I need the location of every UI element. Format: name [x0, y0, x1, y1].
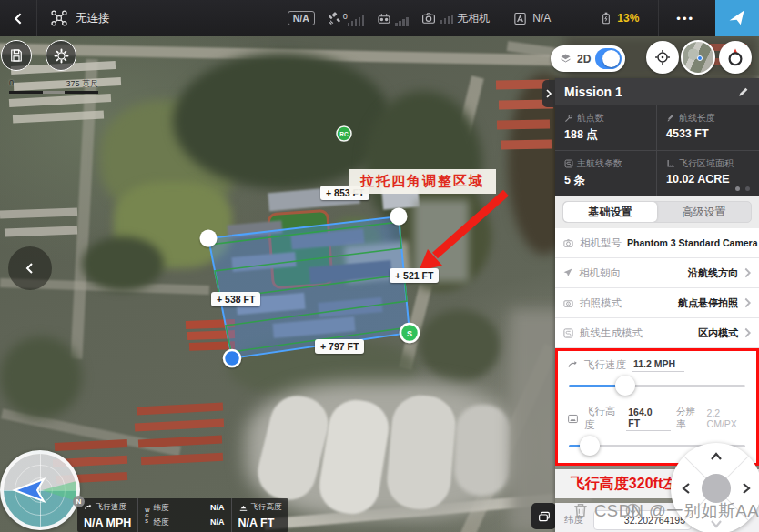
scale-end: 375 英尺 [66, 78, 98, 90]
locate-button[interactable] [646, 41, 679, 74]
chevron-up-icon [710, 452, 723, 461]
mission-settings-button[interactable] [46, 40, 76, 71]
minimap-button[interactable] [681, 40, 715, 75]
telemetry-position: WGS 纬度N/A 经度N/A [138, 498, 230, 532]
map-mode-label: 2D [577, 53, 591, 65]
map-2d-toggle[interactable] [595, 48, 622, 69]
scale-start: 0 [9, 78, 14, 90]
speed-slider[interactable] [569, 374, 745, 397]
start-point-handle[interactable]: S [400, 324, 419, 342]
setting-photo-mode[interactable]: 拍照模式 航点悬停拍照 [555, 288, 759, 318]
camera-icon [562, 237, 574, 249]
battery-percent: 13% [617, 12, 639, 25]
tab-advanced-settings[interactable]: 高级设置 [657, 202, 751, 222]
corner-handle-top-left[interactable] [200, 230, 218, 247]
status-bar: 无连接 N/A 0 [0, 0, 759, 36]
chevron-right-icon [744, 267, 752, 278]
satellite-icon [327, 11, 342, 26]
camera-fov-wedge [42, 481, 76, 501]
corner-handle-top-right[interactable] [390, 208, 408, 226]
altitude-slider-thumb[interactable] [580, 436, 600, 456]
mission-stats: 航点数 188 点 航线长度 4533 FT 主航线条数 [555, 105, 759, 196]
telemetry-bar: 飞行速度 N/A MPH WGS 纬度N/A 经度N/A 飞行高度 [77, 498, 288, 532]
stat-main-lines: 主航线条数 5 条 [555, 151, 657, 196]
more-button[interactable]: ••• [671, 12, 700, 25]
satellite-count: 0 [343, 12, 348, 21]
connection-status: 无连接 [76, 11, 110, 26]
heading-arrow-icon [562, 267, 573, 278]
chevron-right-icon [545, 89, 552, 98]
gear-icon [53, 47, 70, 65]
altitude-icon [238, 503, 248, 512]
tab-basic-settings[interactable]: 基础设置 [563, 202, 657, 222]
chevron-right-icon [742, 482, 751, 495]
altitude-value[interactable]: 164.0 FT [626, 407, 671, 431]
speed-icon [567, 359, 579, 371]
gps-mode-badge: N/A [288, 11, 315, 25]
route-lines-icon [564, 159, 573, 168]
layers-icon [559, 52, 572, 65]
rc-signal-bars [395, 15, 409, 26]
edge-length-right: + 521 FT [390, 268, 439, 283]
flight-status: N/A [532, 12, 551, 25]
compass-button[interactable] [719, 41, 752, 74]
chevron-left-icon [24, 262, 36, 275]
camera-icon [420, 10, 437, 26]
attitude-indicator [0, 450, 80, 530]
altitude-image-icon [567, 413, 579, 425]
app-screen: RC S + 853 FT + 521 FT + 538 FT + 797 FT… [0, 0, 759, 532]
save-mission-button[interactable] [1, 40, 32, 71]
telemetry-speed: 飞行速度 N/A MPH [77, 498, 137, 532]
airplane-icon [727, 8, 747, 28]
annotation-label: 拉托四角调整区域 [349, 169, 496, 194]
toggle-knob [602, 50, 620, 67]
divider [658, 0, 659, 36]
map-scale: 0375 英尺 [9, 78, 98, 94]
panel-collapse-tab[interactable] [542, 80, 555, 107]
speed-slider-group: 飞行速度 11.2 MPH [558, 353, 756, 399]
telemetry-altitude: 飞行高度 N/A FT [232, 498, 288, 532]
compass-icon [725, 47, 745, 67]
drone-icon [50, 9, 68, 27]
speed-slider-thumb[interactable] [615, 376, 635, 396]
camera-status: 无相机 [457, 11, 490, 26]
scale-bar [9, 91, 98, 94]
save-icon [8, 47, 25, 64]
edge-length-bottom: + 797 FT [315, 339, 364, 354]
speed-value[interactable]: 11.2 MPH [632, 358, 684, 372]
settings-tabs: 基础设置 高级设置 [555, 196, 759, 228]
stat-route-length: 航线长度 4533 FT [657, 105, 759, 151]
setting-camera-model[interactable]: 相机型号 Phantom 3 Standard Camera [555, 228, 759, 258]
back-button[interactable] [0, 0, 36, 36]
svg-text:S: S [407, 329, 412, 338]
stat-waypoints: 航点数 188 点 [555, 105, 657, 151]
mission-header: Mission 1 [555, 78, 759, 105]
edge-length-left: + 538 FT [211, 292, 260, 306]
map-back-button[interactable] [8, 246, 52, 290]
map-mode-control[interactable]: 2D [551, 45, 625, 72]
dpad-right-button[interactable] [740, 482, 753, 495]
drone-heading-arrow [15, 479, 44, 501]
watermark: CSDN @一别如斯AA [542, 499, 759, 522]
dpad-up-button[interactable] [710, 450, 723, 463]
chevron-right-icon [744, 297, 752, 308]
area-ruler-icon [666, 159, 675, 168]
flight-mode-icon [512, 11, 528, 26]
corner-handle-bottom-left[interactable] [224, 350, 240, 366]
satellite-signal-bars [348, 15, 365, 26]
edit-pencil-icon[interactable] [737, 85, 750, 98]
resolution-value: 2.2 CM/PX [707, 407, 747, 429]
route-mode-icon [562, 327, 574, 339]
dpad-left-button[interactable] [680, 482, 693, 495]
locate-icon [653, 48, 672, 66]
mission-title: Mission 1 [564, 85, 737, 99]
setting-camera-heading[interactable]: 相机朝向 沿航线方向 [555, 258, 759, 288]
setting-route-mode[interactable]: 航线生成模式 区内模式 [555, 318, 759, 348]
minimap-position-dot [697, 55, 703, 61]
annotation-arrow [419, 193, 506, 271]
back-chevron-icon [12, 12, 25, 25]
rc-home-marker[interactable]: RC [337, 126, 351, 141]
settings-rows: 相机型号 Phantom 3 Standard Camera 相机朝向 沿航线方… [555, 228, 759, 348]
takeoff-button[interactable] [715, 0, 759, 36]
carousel-dots[interactable] [735, 186, 750, 191]
